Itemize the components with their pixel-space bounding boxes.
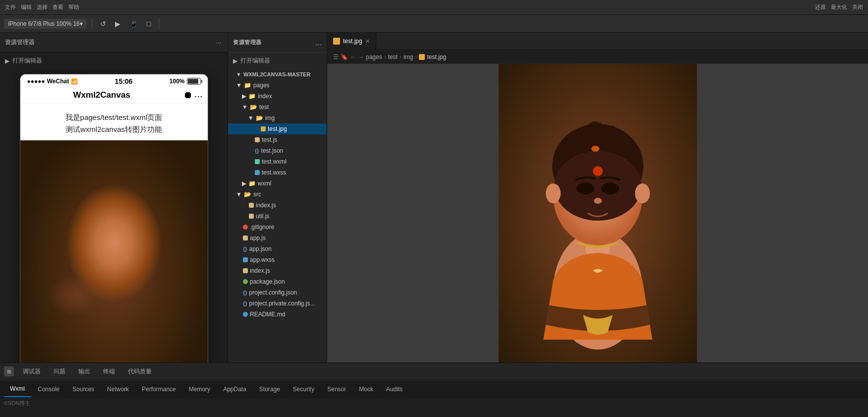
main-content: 资源管理器 ··· ▶ 打开编辑器 ●●●●● WeChat 📶 15:06 1… bbox=[0, 33, 868, 362]
file-open-editor[interactable]: ▶ 打开编辑器 bbox=[228, 53, 327, 69]
breadcrumb-bar: ☰ 🔖 ← → pages › test › img › test.jpg bbox=[327, 50, 868, 64]
tree-item-appjs[interactable]: app.js bbox=[228, 233, 327, 243]
menu-select[interactable]: 选择 bbox=[37, 3, 48, 11]
menu-edit[interactable]: 编辑 bbox=[21, 3, 32, 11]
compile-btn[interactable]: ▶ bbox=[112, 18, 123, 30]
root-indexjs-icon bbox=[243, 268, 248, 273]
tree-item-appjson[interactable]: {} app.json bbox=[228, 243, 327, 254]
tab-selector[interactable]: ⊞ bbox=[4, 366, 14, 376]
device-selector[interactable]: iPhone 6/7/8 Plus 100% 16▾ bbox=[4, 19, 87, 29]
maximize-btn[interactable]: 最大化 bbox=[831, 3, 847, 11]
tree-item-wxml-folder[interactable]: ▶ 📁 wxml bbox=[228, 178, 327, 189]
phone-status-right: 100% bbox=[170, 78, 201, 85]
svg-point-7 bbox=[554, 151, 641, 221]
phone-text-line2: 测试wxml2canvas转图片功能 bbox=[25, 123, 203, 135]
open-editor-link[interactable]: ▶ 打开编辑器 bbox=[0, 53, 228, 69]
tree-item-utiljs[interactable]: util.js bbox=[228, 211, 327, 222]
close-btn[interactable]: 关闭 bbox=[852, 3, 863, 11]
devtools-tab-network[interactable]: Network bbox=[101, 381, 135, 397]
svg-point-10 bbox=[601, 182, 619, 194]
appwxss-icon bbox=[243, 257, 248, 262]
explorer-more-button[interactable]: ... bbox=[315, 38, 322, 47]
menu-view[interactable]: 查看 bbox=[53, 3, 63, 11]
phone-menu-dots[interactable]: ··· bbox=[194, 90, 203, 102]
test-folder-chevron: ▼ bbox=[242, 104, 248, 111]
explorer-more-btn[interactable]: ··· bbox=[214, 37, 223, 48]
tree-item-gitignore[interactable]: .gitignore bbox=[228, 222, 327, 233]
tree-item-src-folder[interactable]: ▼ 📂 src bbox=[228, 189, 327, 200]
breadcrumb-forward-btn[interactable]: → bbox=[358, 54, 364, 60]
tab-testjpg[interactable]: test.jpg ✕ bbox=[327, 33, 376, 50]
appjs-icon bbox=[243, 236, 248, 240]
devtools-tab-memory[interactable]: Memory bbox=[183, 381, 216, 397]
tree-item-index-folder[interactable]: ▶ 📁 index bbox=[228, 91, 327, 102]
tree-item-root-indexjs[interactable]: index.js bbox=[228, 265, 327, 276]
devtools-tab-audits[interactable]: Audits bbox=[380, 381, 408, 397]
phone-status-left: ●●●●● WeChat 📶 bbox=[27, 78, 78, 85]
wxml-folder-chevron: ▶ bbox=[242, 180, 246, 187]
tree-item-img-folder[interactable]: ▼ 📂 img bbox=[228, 113, 327, 123]
appwxss-label: app.wxss bbox=[250, 256, 275, 263]
image-view-area: test.jpg ✕ ☰ 🔖 ← → pages › test › img › … bbox=[327, 33, 868, 362]
refresh-btn[interactable]: ↺ bbox=[97, 18, 109, 30]
pkg-icon bbox=[243, 279, 248, 284]
devtools-tab-performance[interactable]: Performance bbox=[136, 381, 182, 397]
devtools-tab-security[interactable]: Security bbox=[287, 381, 320, 397]
breadcrumb-back-btn[interactable]: ← bbox=[350, 54, 356, 60]
readme-label: README.md bbox=[250, 311, 285, 318]
svg-point-12 bbox=[546, 183, 561, 203]
tree-item-projconfig[interactable]: {} project.config.json bbox=[228, 287, 327, 298]
layout-btn[interactable]: □ bbox=[144, 18, 154, 30]
devtools-tab-sensor[interactable]: Sensor bbox=[321, 381, 352, 397]
tree-item-readme[interactable]: README.md bbox=[228, 309, 327, 320]
tree-item-testjpg[interactable]: test.jpg bbox=[228, 123, 327, 134]
debug-tab-issues[interactable]: 问题 bbox=[48, 363, 71, 380]
tree-item-testwxss[interactable]: test.wxss bbox=[228, 167, 327, 178]
file-tree: ▼ 📁 pages ▶ 📁 index ▼ 📂 test ▼ 📂 img bbox=[228, 80, 327, 362]
restore-btn[interactable]: 还原 bbox=[815, 3, 826, 11]
tab-close-icon[interactable]: ✕ bbox=[365, 38, 370, 45]
project-root[interactable]: ▼ WXML2CANVAS-MASTER bbox=[228, 69, 327, 80]
devtools-tab-storage[interactable]: Storage bbox=[253, 381, 286, 397]
toolbar-sep-2 bbox=[159, 19, 159, 29]
tree-item-packagejson[interactable]: package.json bbox=[228, 276, 327, 287]
simulator-header: 资源管理器 ··· bbox=[0, 33, 228, 53]
tree-item-projprivate[interactable]: {} project.private.config.js... bbox=[228, 298, 327, 309]
appjs-label: app.js bbox=[250, 235, 266, 241]
devtools-tab-sources[interactable]: Sources bbox=[66, 381, 100, 397]
breadcrumb-pages[interactable]: pages bbox=[366, 54, 382, 60]
tree-item-src-indexjs[interactable]: index.js bbox=[228, 200, 327, 211]
debug-tab-terminal[interactable]: 终端 bbox=[97, 363, 121, 380]
breadcrumb-test[interactable]: test bbox=[388, 54, 398, 60]
tree-item-testjson[interactable]: {} test.json bbox=[228, 145, 327, 156]
devtools-tab-appdata[interactable]: AppData bbox=[217, 381, 252, 397]
devtools-tab-mock[interactable]: Mock bbox=[353, 381, 379, 397]
tree-item-pages[interactable]: ▼ 📁 pages bbox=[228, 80, 327, 91]
tree-item-test-folder[interactable]: ▼ 📂 test bbox=[228, 102, 327, 113]
menu-file[interactable]: 文件 bbox=[5, 3, 16, 11]
tree-item-testwxml[interactable]: test.wxml bbox=[228, 156, 327, 167]
menu-help[interactable]: 帮助 bbox=[68, 3, 79, 11]
breadcrumb-img[interactable]: img bbox=[404, 54, 413, 60]
pages-folder-icon: 📁 bbox=[244, 82, 251, 89]
bottom-panel: ⊞ 调试器 问题 输出 终端 代码质量 Wxml Console Sources… bbox=[0, 362, 868, 417]
project-chevron-icon: ▼ bbox=[236, 71, 241, 77]
debug-tab-output[interactable]: 输出 bbox=[72, 363, 96, 380]
breadcrumb-menu-icon[interactable]: ☰ bbox=[333, 54, 339, 60]
debug-tab-quality[interactable]: 代码质量 bbox=[122, 363, 158, 380]
wifi-icon: 📶 bbox=[71, 78, 78, 85]
phone-record-btn[interactable]: ⏺ bbox=[183, 90, 192, 101]
devtools-tab-console[interactable]: Console bbox=[32, 381, 65, 397]
tree-item-appwxss[interactable]: app.wxss bbox=[228, 254, 327, 265]
mobile-btn[interactable]: 📱 bbox=[126, 18, 141, 30]
tree-item-testjs[interactable]: test.js bbox=[228, 134, 327, 145]
file-open-editor-label: 打开编辑器 bbox=[240, 57, 270, 65]
project-name: WXML2CANVAS-MASTER bbox=[243, 71, 310, 77]
debug-tab-debugger[interactable]: 调试器 bbox=[17, 363, 47, 380]
testjs-file-icon bbox=[255, 137, 260, 142]
src-folder-chevron: ▼ bbox=[236, 191, 242, 198]
image-tab-bar: test.jpg ✕ bbox=[327, 33, 868, 50]
breadcrumb-sep3: › bbox=[415, 54, 417, 60]
simulator-panel: 资源管理器 ··· ▶ 打开编辑器 ●●●●● WeChat 📶 15:06 1… bbox=[0, 33, 228, 362]
devtools-tab-wxml[interactable]: Wxml bbox=[4, 381, 31, 397]
